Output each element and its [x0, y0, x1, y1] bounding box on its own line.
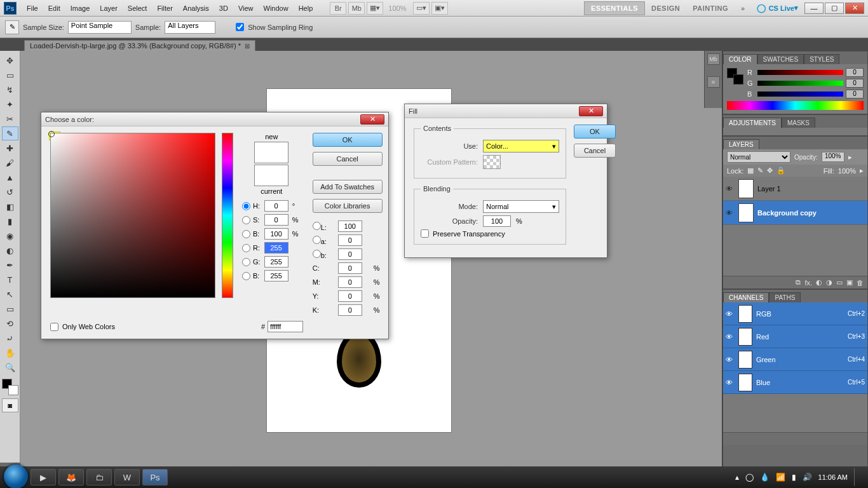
fx-icon[interactable]: fx.	[804, 279, 812, 287]
minibridge-panel-icon[interactable]: Mb	[707, 53, 720, 65]
workspace-essentials[interactable]: ESSENTIALS	[584, 1, 645, 15]
s-input[interactable]	[264, 214, 288, 226]
a-radio[interactable]	[313, 236, 321, 244]
menu-select[interactable]: Select	[123, 4, 153, 12]
r-input[interactable]	[264, 242, 288, 254]
minibridge-icon[interactable]: Mb	[348, 2, 365, 15]
b2-radio[interactable]	[242, 272, 250, 280]
tray-clock[interactable]: 11:06 AM	[818, 473, 848, 481]
dialog-close[interactable]: ✕	[579, 106, 603, 116]
task-firefox[interactable]: 🦊	[58, 469, 84, 485]
task-explorer[interactable]: 🗀	[86, 469, 112, 485]
lock-all-icon[interactable]: 🔒	[776, 166, 785, 175]
use-dropdown[interactable]: Color...▾	[483, 140, 559, 152]
g-value[interactable]: 0	[846, 79, 864, 88]
tab-color[interactable]: COLOR	[723, 54, 757, 64]
sample-size-dropdown[interactable]: Point Sample	[68, 21, 132, 34]
window-close[interactable]: ✕	[845, 3, 864, 14]
link-layers-icon[interactable]: ⧉	[796, 278, 801, 287]
eyedropper-tool[interactable]: ✎	[2, 126, 18, 140]
tray-drop-icon[interactable]: 💧	[760, 473, 770, 482]
task-wmp[interactable]: ▶	[31, 469, 56, 485]
add-swatches-button[interactable]: Add To Swatches	[313, 180, 383, 194]
channel-row[interactable]: 👁GreenCtrl+4	[723, 348, 867, 371]
lb-radio[interactable]	[313, 250, 321, 258]
menu-window[interactable]: Window	[259, 4, 294, 12]
layer-row[interactable]: 👁 Layer 1	[723, 177, 867, 201]
spectrum-ramp[interactable]	[727, 101, 864, 110]
eyedropper-icon[interactable]: ✎	[5, 20, 19, 34]
menu-file[interactable]: File	[22, 4, 43, 12]
channel-row[interactable]: 👁BlueCtrl+5	[723, 371, 867, 394]
mask-icon[interactable]: ◐	[816, 278, 822, 287]
menu-3d[interactable]: 3D	[214, 4, 233, 12]
r-slider[interactable]	[757, 70, 843, 75]
window-maximize[interactable]: ▢	[825, 3, 844, 14]
workspace-more[interactable]: »	[735, 2, 752, 15]
layer-thumb[interactable]	[738, 203, 754, 222]
screen-mode-icon[interactable]: ▣▾	[431, 2, 448, 15]
l-radio[interactable]	[313, 222, 321, 230]
blur-tool[interactable]: ◉	[2, 229, 18, 243]
opacity-input[interactable]: 100%	[822, 152, 844, 162]
show-desktop[interactable]	[854, 468, 859, 486]
pen-tool[interactable]: ✒	[2, 258, 18, 272]
color-swatches[interactable]	[2, 379, 18, 395]
tray-up-icon[interactable]: ▴	[735, 473, 739, 482]
menu-image[interactable]: Image	[65, 4, 95, 12]
path-select-tool[interactable]: ↖	[2, 287, 18, 301]
workspace-design[interactable]: DESIGN	[645, 2, 686, 15]
stamp-tool[interactable]: ▲	[2, 170, 18, 184]
healing-tool[interactable]: ✚	[2, 141, 18, 155]
ok-button[interactable]: OK	[313, 133, 383, 147]
document-tab-close[interactable]: ⊠	[245, 43, 250, 50]
tab-channels[interactable]: CHANNELS	[723, 292, 769, 302]
zoom-tool[interactable]: 🔍	[2, 360, 18, 374]
fill-input[interactable]: 100%	[838, 167, 856, 175]
menu-edit[interactable]: Edit	[43, 4, 65, 12]
b2-input[interactable]	[264, 270, 288, 281]
visibility-icon[interactable]: 👁	[726, 209, 735, 217]
dodge-tool[interactable]: ◐	[2, 243, 18, 257]
preserve-transparency-checkbox[interactable]	[421, 229, 429, 238]
sample-dropdown[interactable]: All Layers	[165, 21, 215, 34]
hex-input[interactable]	[268, 321, 303, 332]
lasso-tool[interactable]: ↯	[2, 83, 18, 97]
a-input[interactable]	[338, 234, 362, 246]
web-colors-checkbox[interactable]	[50, 323, 58, 331]
b-radio[interactable]	[242, 230, 250, 238]
hand-tool[interactable]: ✋	[2, 346, 18, 360]
menu-view[interactable]: View	[233, 4, 259, 12]
window-minimize[interactable]: —	[804, 3, 824, 14]
r-value[interactable]: 0	[846, 68, 864, 77]
bridge-icon[interactable]: Br	[330, 2, 346, 15]
tray-wifi-icon[interactable]: 📶	[776, 473, 785, 482]
tray-volume-icon[interactable]: 🔊	[803, 473, 812, 482]
tray-battery-icon[interactable]: ▮	[792, 473, 796, 482]
c-input[interactable]	[338, 262, 362, 274]
quick-select-tool[interactable]: ✦	[2, 97, 18, 111]
channel-row[interactable]: 👁RedCtrl+3	[723, 325, 867, 348]
h-input[interactable]	[264, 200, 288, 212]
g-radio[interactable]	[242, 258, 250, 266]
tab-paths[interactable]: PATHS	[769, 292, 801, 302]
dialog-close[interactable]: ✕	[360, 114, 384, 125]
cancel-button[interactable]: Cancel	[313, 152, 383, 166]
menu-filter[interactable]: Filter	[152, 4, 177, 12]
move-tool[interactable]: ✥	[2, 53, 18, 67]
color-libraries-button[interactable]: Color Libraries	[313, 199, 383, 213]
ok-button[interactable]: OK	[574, 125, 616, 139]
r-radio[interactable]	[242, 244, 250, 252]
l-input[interactable]	[338, 220, 362, 232]
document-tab[interactable]: Loaded-Dervish-tp-large.jpg @ 33.3% (Bac…	[24, 40, 255, 51]
layer-thumb[interactable]	[738, 179, 754, 198]
brush-tool[interactable]: 🖌	[2, 156, 18, 170]
start-button[interactable]	[4, 464, 28, 488]
cancel-button[interactable]: Cancel	[574, 144, 616, 158]
lb-input[interactable]	[338, 248, 362, 260]
task-photoshop[interactable]: Ps	[142, 469, 168, 485]
custom-pattern-picker[interactable]	[483, 155, 501, 169]
b-value[interactable]: 0	[846, 90, 864, 98]
adjustment-layer-icon[interactable]: ◑	[826, 278, 832, 287]
b-input[interactable]	[264, 228, 288, 240]
